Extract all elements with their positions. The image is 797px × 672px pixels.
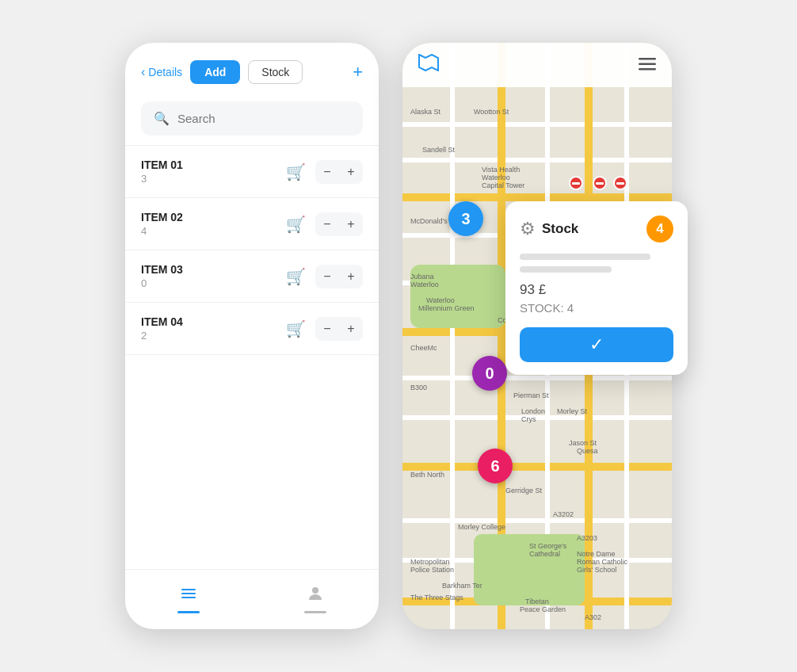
- no-entry-sign: [569, 176, 583, 190]
- item-name: ITEM 02: [141, 211, 276, 223]
- item-info: ITEM 04 2: [141, 315, 276, 342]
- item-qty: 4: [141, 225, 276, 237]
- map-label: B300: [410, 384, 427, 391]
- map-road: [402, 518, 672, 523]
- back-label: Details: [148, 66, 182, 78]
- item-info: ITEM 02 4: [141, 211, 276, 237]
- map-label: Tibetan: [525, 598, 549, 605]
- table-row: ITEM 01 3 🛒 − +: [125, 146, 379, 198]
- search-icon: 🔍: [154, 111, 170, 126]
- map-label: Gerridge St: [505, 487, 542, 494]
- map-label: Alaska St: [410, 108, 440, 116]
- map-road-thick: [402, 193, 672, 201]
- map-label: Peace Garden: [520, 605, 566, 613]
- profile-icon: [306, 584, 325, 608]
- map-label: The Three Stags: [410, 594, 463, 601]
- map-label: Crys: [521, 415, 536, 423]
- qty-controls: − +: [315, 265, 363, 288]
- nav-item-list[interactable]: [177, 584, 200, 613]
- map-label: CheeMc: [410, 344, 437, 352]
- map-label: Millennium Green: [418, 304, 475, 312]
- search-input[interactable]: [177, 112, 350, 125]
- qty-minus-button[interactable]: −: [315, 212, 339, 236]
- map-label: Jason St: [569, 439, 597, 447]
- map-label: A3202: [553, 510, 574, 518]
- list-icon: [179, 584, 198, 608]
- stock-badge: 4: [646, 216, 673, 242]
- qty-plus-button[interactable]: +: [339, 265, 363, 288]
- left-phone: ‹ Details Add Stock + 🔍 ITEM 01 3 🛒: [125, 43, 379, 629]
- map-road: [402, 122, 672, 127]
- map-label: Morley College: [458, 523, 505, 531]
- cart-icon: 🛒: [286, 267, 306, 286]
- no-entry-sign: [593, 176, 607, 190]
- gear-icon: ⚙: [520, 219, 536, 239]
- map-road: [450, 43, 455, 629]
- svg-rect-2: [181, 597, 196, 598]
- qty-plus-button[interactable]: +: [339, 317, 363, 341]
- item-info: ITEM 01 3: [141, 158, 276, 185]
- svg-rect-0: [181, 589, 196, 590]
- qty-plus-button[interactable]: +: [339, 212, 363, 236]
- nav-active-indicator: [177, 611, 200, 613]
- stock-bar-long: [520, 254, 650, 260]
- map-label: Jubana: [410, 273, 434, 281]
- svg-rect-5: [639, 63, 656, 65]
- map-label: A3203: [577, 534, 597, 542]
- hamburger-menu-icon[interactable]: [639, 56, 656, 74]
- right-phone: Alaska St Wootton St Sandell St Vista He…: [402, 43, 672, 629]
- map-label: London: [521, 407, 545, 415]
- map-pin-0[interactable]: 0: [472, 356, 507, 391]
- map-label: Cathedral: [529, 550, 560, 558]
- chevron-left-icon: ‹: [141, 65, 145, 79]
- stock-title: Stock: [542, 221, 646, 237]
- nav-item-profile[interactable]: [304, 584, 326, 613]
- cart-icon: 🛒: [286, 319, 306, 338]
- item-info: ITEM 03 0: [141, 263, 276, 289]
- pin-value: 6: [490, 457, 499, 475]
- table-row: ITEM 03 0 🛒 − +: [125, 250, 379, 303]
- item-list: ITEM 01 3 🛒 − + ITEM 02 4 🛒 − +: [125, 146, 379, 355]
- qty-controls: − +: [315, 212, 363, 236]
- stock-popup: ⚙ Stock 4 93 £ STOCK: 4 ✓: [505, 201, 688, 375]
- stock-price: 93 £: [520, 282, 673, 298]
- stock-button[interactable]: Stock: [248, 60, 303, 84]
- phone-header: ‹ Details Add Stock +: [125, 43, 379, 95]
- cart-icon: 🛒: [286, 215, 306, 234]
- item-qty: 0: [141, 277, 276, 289]
- map-label: Police Station: [410, 566, 454, 574]
- map-label: Notre Dame: [577, 550, 616, 558]
- item-qty: 2: [141, 330, 276, 342]
- map-road-thick: [402, 463, 672, 471]
- add-button[interactable]: Add: [190, 60, 240, 84]
- map-label: A302: [585, 613, 601, 621]
- map-icon[interactable]: [418, 54, 439, 76]
- qty-controls: − +: [315, 317, 363, 341]
- plus-button[interactable]: +: [353, 63, 363, 81]
- map-pin-6[interactable]: 6: [478, 449, 513, 483]
- map-label: Beth North: [410, 471, 444, 479]
- map-label: Quesa: [577, 447, 598, 455]
- stock-bar-short: [520, 266, 612, 273]
- qty-minus-button[interactable]: −: [315, 265, 339, 288]
- svg-point-3: [312, 587, 318, 594]
- qty-minus-button[interactable]: −: [315, 317, 339, 341]
- search-bar: 🔍: [141, 101, 363, 136]
- map-label: Roman Catholic: [577, 558, 627, 566]
- table-row: ITEM 02 4 🛒 − +: [125, 198, 379, 250]
- bottom-nav: [125, 569, 379, 613]
- confirm-button[interactable]: ✓: [520, 327, 673, 362]
- nav-inactive-indicator: [304, 611, 326, 613]
- map-label: McDonald's: [410, 217, 448, 225]
- qty-plus-button[interactable]: +: [339, 160, 363, 184]
- item-name: ITEM 04: [141, 315, 276, 328]
- back-button[interactable]: ‹ Details: [141, 65, 182, 79]
- map-label: Pierman St: [513, 391, 549, 399]
- map-pin-3[interactable]: 3: [448, 201, 483, 236]
- map-label: Vista Health: [482, 166, 520, 174]
- map-label: St George's: [529, 542, 566, 550]
- map-label: Morley St: [557, 407, 587, 415]
- cart-icon: 🛒: [286, 162, 306, 181]
- qty-minus-button[interactable]: −: [315, 160, 339, 184]
- no-entry-sign: [613, 176, 627, 190]
